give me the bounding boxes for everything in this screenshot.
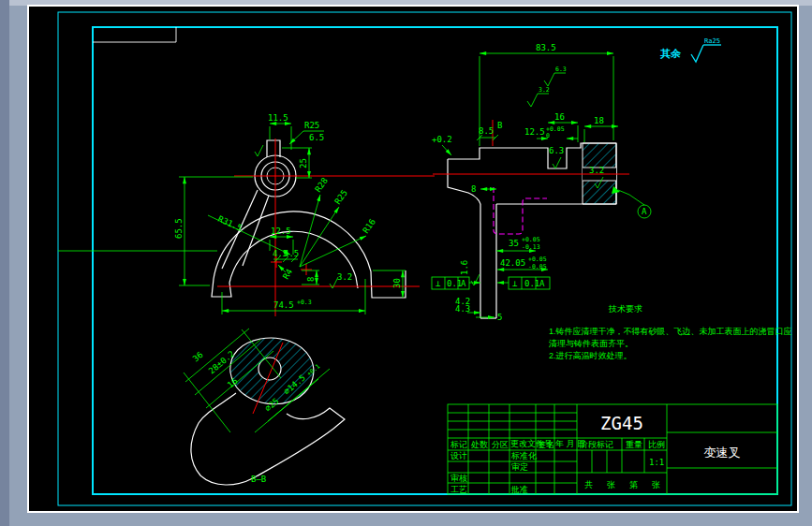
tech-req-line-2: 清理与铸件表面齐平。 [548, 339, 633, 348]
dim-4-3: 4.3 [455, 304, 470, 314]
role-process: 工艺 [450, 485, 467, 494]
dim-12-5-lo: 0 [546, 132, 550, 139]
dim-35: 35 [509, 239, 519, 248]
dim-35-hi: +0.05 [522, 236, 540, 243]
role-standardization: 标准化 [510, 451, 538, 460]
dim-42-05: 42.05 [500, 258, 525, 268]
surface-note-value: Ra25 [704, 37, 720, 45]
sheet-unit-label: 张 [607, 480, 615, 489]
gtol-datum: A [539, 279, 545, 288]
roughness-6-3: 6.3 [555, 66, 567, 73]
tech-req-line-1: 1.铸件应清理干净，不得有砂眼、飞边、未加工表面上的浇冒口应 [549, 327, 792, 336]
dim-25: 25 [299, 158, 308, 168]
surface-note-prefix: 其余 [659, 48, 682, 60]
rev-col-sign: 签名 [538, 440, 554, 449]
roughness-1-6: 1.6 [460, 260, 469, 275]
gtol-value: 0.1 [524, 279, 539, 288]
roughness-3-2: 3.2 [539, 86, 550, 94]
dim-42-lo: -0.05 [528, 263, 547, 270]
cad-viewport[interactable]: 其余 Ra25 11.5 R25 6.5 25 [0, 0, 812, 526]
drawing-canvas[interactable] [28, 6, 798, 512]
dim-74-5-tol: +0.3 [297, 299, 312, 306]
role-design: 设计 [450, 451, 467, 460]
dim-5: 5 [497, 313, 502, 322]
dim-8-5: 8.5 [479, 126, 494, 136]
roughness-slot: 6.3 [549, 146, 564, 155]
role-review: 审定 [511, 462, 528, 472]
dim-0-2: +0.2 [432, 135, 452, 144]
dim-12-5: 12.5 [271, 226, 291, 236]
section-label-B: B [497, 121, 502, 130]
gtol-symbol: ⊥ [436, 279, 441, 288]
dim-65-5: 65.5 [174, 218, 184, 239]
weight-label: 重量 [626, 440, 642, 449]
sheet-total-label: 共 [584, 480, 593, 489]
role-check: 审核 [450, 474, 467, 483]
gtol-value: 0.1 [447, 279, 462, 288]
material-label: ZG45 [600, 413, 643, 433]
dim-18: 18 [594, 116, 604, 125]
dim-6-5: 6.5 [309, 133, 324, 142]
tech-req-title: 技术要求 [608, 304, 642, 314]
dim-r25: R25 [304, 121, 319, 130]
dim-11-5: 11.5 [268, 113, 288, 123]
dim-35-lo: -0.13 [522, 243, 540, 251]
window-left-edge [0, 0, 9, 526]
gtol-datum: A [461, 279, 466, 288]
dim-42-hi: +0.05 [528, 256, 547, 263]
rev-col-mark: 标记 [450, 440, 467, 449]
dim-30: 30 [392, 278, 402, 288]
tech-req-line-3: 2.进行高温时效处理。 [549, 351, 632, 360]
gtol-symbol: ⊥ [512, 279, 518, 288]
scale-label: 比例 [648, 440, 665, 449]
rev-col-count: 处数 [470, 440, 488, 449]
dim-83-5: 83.5 [536, 43, 556, 52]
rev-col-zone: 分区 [492, 440, 509, 449]
sheet-no-label: 第 [629, 480, 638, 489]
part-name: 变速叉 [704, 446, 741, 460]
dim-16: 16 [554, 112, 565, 122]
scale-value: 1:1 [649, 458, 664, 467]
stage-label: 阶段标记 [580, 440, 613, 449]
dim-12-5: 12.5 [524, 127, 545, 137]
cad-window: 其余 Ra25 11.5 R25 6.5 25 [0, 0, 812, 526]
dim-74-5: 74.5 [273, 300, 294, 310]
dim-8: 8 [306, 277, 316, 282]
role-approve: 批准 [510, 485, 528, 494]
roughness-3-2: 3.2 [337, 272, 352, 282]
datum-letter: A [642, 207, 647, 216]
roughness-hole: 3.2 [589, 166, 604, 175]
dim-4-5-b: 4.5 [284, 249, 299, 258]
bb-view-label: B—B [251, 475, 266, 484]
sheet-unit2-label: 张 [652, 480, 660, 489]
dim-8-leg: 8 [471, 184, 476, 194]
